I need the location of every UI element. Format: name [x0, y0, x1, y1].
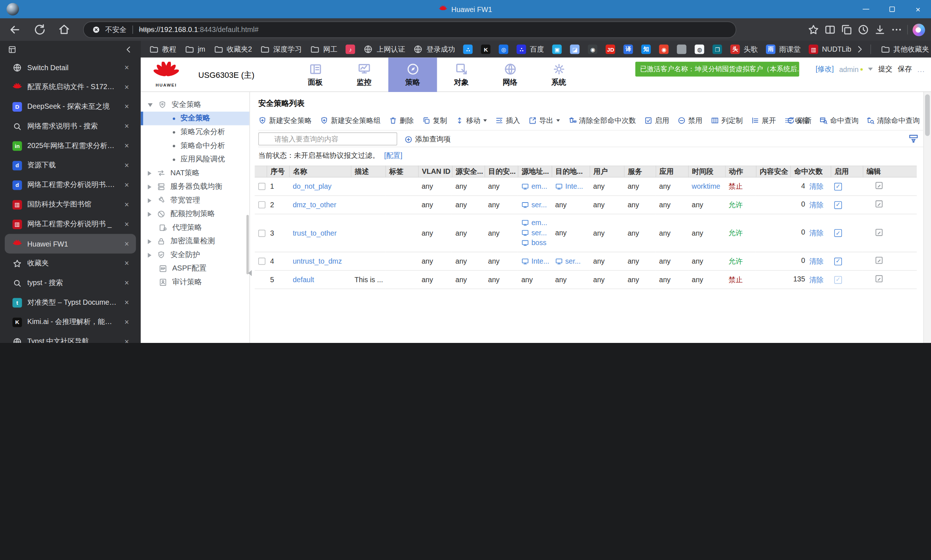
bookmark-folder-wanggong[interactable]: 网工 [306, 43, 341, 55]
toolbar-刷新[interactable]: 刷新 [786, 115, 812, 126]
downloads-icon[interactable] [874, 24, 886, 35]
tree-item-带宽管理[interactable]: 带宽管理 [141, 194, 249, 207]
bookmark-weibo[interactable]: ◉ [656, 43, 672, 55]
tab-close-icon[interactable]: × [122, 298, 131, 307]
tab-Huawei FW1[interactable]: Huawei FW1× [5, 234, 136, 254]
tree-item-NAT策略[interactable]: NAT策略 [141, 166, 249, 180]
tab-close-icon[interactable]: × [122, 337, 131, 343]
bookmark-book[interactable]: ❐ [709, 43, 726, 55]
clear-hits-link[interactable]: 清除 [809, 228, 823, 238]
toolbar-列定制[interactable]: 列定制 [711, 115, 743, 126]
more-menu-icon[interactable] [891, 24, 903, 35]
toolbar-导出[interactable]: 导出 [528, 115, 560, 126]
row-checkbox[interactable] [258, 258, 265, 265]
bookmark-folder-jm[interactable]: jm [181, 43, 209, 55]
toolbar-启用[interactable]: 启用 [644, 115, 669, 126]
tab-close-icon[interactable]: × [122, 200, 131, 209]
collapse-sidebar-icon[interactable] [124, 45, 133, 54]
nav-网络[interactable]: 网络 [486, 57, 535, 92]
license-banner[interactable]: 已激活客户名称：坤灵分销囤货虚拟客户（本系统后... [636, 62, 799, 77]
clear-hits-link[interactable]: 清除 [809, 275, 823, 285]
edit-icon[interactable] [875, 256, 883, 265]
tab-对准类型 – Typst Documentation[interactable]: t对准类型 – Typst Documentation× [5, 293, 136, 312]
bookmark-jd[interactable]: JD [602, 43, 619, 55]
bookmark-zhihu[interactable]: 知 [638, 43, 655, 55]
tab-close-icon[interactable]: × [122, 180, 131, 189]
tree-item-安全策略[interactable]: 安全策略 [141, 112, 249, 125]
tab-2025年网络工程需求分析说明书样[interactable]: in2025年网络工程需求分析说明书样× [5, 136, 136, 155]
bookmark-yuketang[interactable]: 雨雨课堂 [763, 43, 804, 55]
tree-item-审计策略[interactable]: 审计策略 [141, 275, 249, 289]
nav-系统[interactable]: 系统 [534, 57, 583, 92]
configure-link[interactable]: [配置] [384, 151, 402, 161]
bookmark-folder-jiaocheng[interactable]: 教程 [145, 43, 180, 55]
tab-actions-icon[interactable] [8, 45, 16, 54]
address-object-link[interactable]: ser... [521, 228, 550, 238]
address-object-link[interactable]: ser... [521, 200, 550, 210]
toolbar-移动[interactable]: 移动 [455, 115, 487, 126]
tab-close-icon[interactable]: × [122, 142, 131, 150]
tab-配置系统启动文件 - S1720, S2700,[interactable]: 配置系统启动文件 - S1720, S2700,× [5, 77, 136, 97]
address-bar[interactable]: 不安全 https://192.168.0.1:8443/default.htm… [83, 22, 736, 38]
bookmark-login-success[interactable]: 登录成功 [410, 43, 459, 55]
row-checkbox[interactable] [258, 183, 265, 190]
admin-user[interactable]: admin [839, 65, 863, 74]
toolbar-插入[interactable]: 插入 [496, 115, 520, 126]
tab-close-icon[interactable]: × [122, 102, 131, 111]
bookmark-kimi[interactable]: K [477, 43, 494, 55]
toolbar-新建安全策略[interactable]: 新建安全策略 [258, 115, 312, 126]
bookmark-photos[interactable]: ◪ [566, 43, 583, 55]
page-scrollbar-thumb[interactable] [925, 95, 930, 136]
home-icon[interactable] [57, 23, 71, 36]
refresh-icon[interactable] [33, 23, 46, 36]
toolbar-命中查询[interactable]: 命中查询 [819, 115, 859, 126]
save-button[interactable]: 保存 [898, 64, 912, 74]
tree-item-加密流量检测[interactable]: 加密流量检测 [141, 235, 249, 248]
toolbar-清除命中查询[interactable]: 清除命中查询 [866, 115, 920, 126]
bookmark-nudtlib[interactable]: ▥NUDTLib [805, 43, 855, 55]
bookmark-paw-blue[interactable]: ∴ [460, 43, 476, 55]
tab-网络工程需求分析说明书.doc-ITAD[interactable]: d网络工程需求分析说明书.doc-ITAD× [5, 175, 136, 195]
tab-close-icon[interactable]: × [122, 220, 131, 228]
address-object-link[interactable]: em... [521, 218, 550, 228]
close-button[interactable]: × [905, 0, 931, 18]
bookmark-portal-auth[interactable]: 上网认证 [360, 43, 409, 55]
toolbar-禁用[interactable]: 禁用 [677, 115, 703, 126]
tab-Typst 中文社区导航[interactable]: Typst 中文社区导航× [5, 332, 136, 343]
submit-button[interactable]: 提交 [878, 64, 893, 74]
toolbar-清除全部命中次数[interactable]: 清除全部命中次数 [568, 115, 636, 126]
policy-name-link[interactable]: untrust_to_dmz [293, 257, 342, 265]
enabled-checkbox[interactable]: ✓ [834, 257, 842, 265]
tab-close-icon[interactable]: × [122, 278, 131, 287]
table-filter-icon[interactable] [908, 134, 919, 144]
enabled-checkbox[interactable]: ✓ [834, 183, 842, 190]
tab-close-icon[interactable]: × [122, 161, 131, 169]
bookmarks-overflow-chevron-icon[interactable] [855, 45, 865, 54]
toolbar-展开[interactable]: 展开 [751, 115, 776, 126]
maximize-button[interactable] [879, 0, 905, 18]
toolbar-复制[interactable]: 复制 [422, 115, 447, 126]
row-checkbox[interactable] [258, 229, 265, 237]
split-screen-icon[interactable] [824, 24, 836, 35]
other-bookmarks-folder[interactable]: 其他收藏夹 [877, 43, 931, 55]
tab-close-icon[interactable]: × [122, 317, 131, 326]
tree-collapse-arrow-icon[interactable] [248, 270, 252, 276]
clear-hits-link[interactable]: 清除 [809, 182, 823, 192]
tree-item-应用风险调优[interactable]: 应用风险调优 [141, 153, 249, 166]
tree-item-策略命中分析[interactable]: 策略命中分析 [141, 139, 249, 153]
bookmark-music[interactable]: ♪ [342, 43, 359, 55]
query-input[interactable] [258, 132, 397, 145]
back-icon[interactable] [8, 23, 22, 36]
admin-dropdown-caret-icon[interactable] [868, 68, 873, 71]
tab-国防科技大学图书馆[interactable]: ▥国防科技大学图书馆× [5, 195, 136, 215]
policy-name-link[interactable]: dmz_to_other [293, 201, 336, 209]
tab-close-icon[interactable]: × [122, 63, 131, 72]
tab-收藏夹[interactable]: 收藏夹× [5, 254, 136, 273]
tab-Switch Detail[interactable]: Switch Detail× [5, 57, 136, 77]
tree-caret-icon[interactable] [148, 103, 153, 106]
toolbar-新建安全策略组[interactable]: 新建安全策略组 [320, 115, 381, 126]
add-query-button[interactable]: 添加查询项 [405, 134, 451, 145]
policy-name-link[interactable]: default [293, 275, 314, 284]
tree-item-配额控制策略[interactable]: 配额控制策略 [141, 207, 249, 221]
tree-caret-icon[interactable] [148, 185, 152, 189]
